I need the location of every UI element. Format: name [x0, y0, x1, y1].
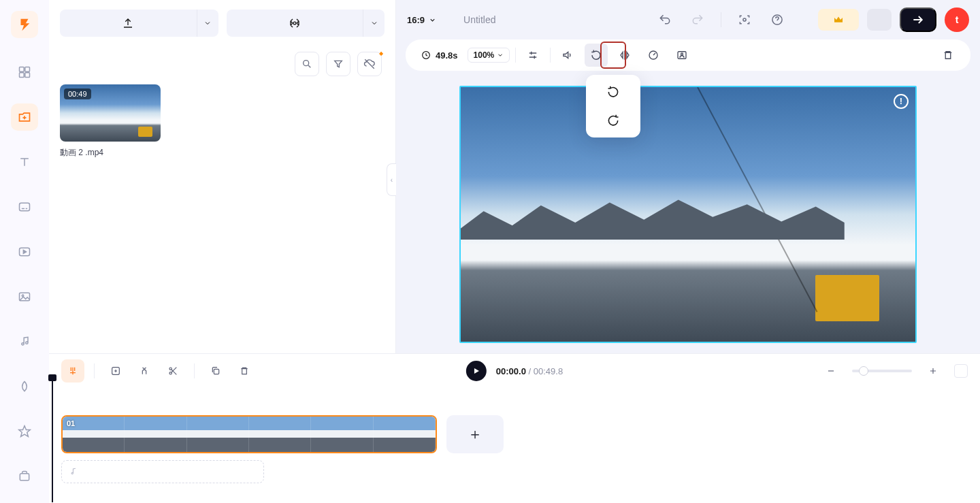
pip-button[interactable] — [670, 44, 693, 67]
rotate-cw-option[interactable] — [594, 110, 632, 131]
cut-button[interactable] — [161, 359, 184, 383]
add-track-button[interactable] — [104, 359, 127, 383]
crown-icon — [832, 14, 845, 26]
redo-button[interactable] — [685, 7, 710, 32]
aspect-ratio-selector[interactable]: 16:9 — [407, 15, 436, 25]
user-avatar[interactable]: t — [945, 7, 969, 32]
volume-icon — [561, 49, 574, 61]
nav-text[interactable] — [11, 148, 38, 176]
warning-badge[interactable]: ! — [894, 94, 909, 109]
record-dropdown[interactable] — [363, 10, 385, 37]
media-clip-thumbnail[interactable]: 00:49 動画 2 .mp4 — [60, 84, 161, 159]
magnet-button[interactable] — [61, 359, 84, 383]
record-icon — [289, 17, 301, 29]
record-button[interactable] — [227, 10, 363, 37]
zoom-out-button[interactable] — [819, 359, 843, 383]
zoom-slider[interactable] — [852, 370, 912, 372]
split-button[interactable] — [133, 359, 156, 383]
fit-button[interactable] — [954, 364, 968, 378]
trash-icon — [239, 366, 250, 376]
copy-button[interactable] — [204, 359, 227, 383]
rotate-cw-icon — [606, 114, 620, 127]
timeline: 00:00.0 / 00:49.8 01 ＋ — [49, 353, 980, 503]
panel-collapse-handle[interactable]: ‹ — [387, 163, 396, 196]
svg-point-10 — [304, 61, 309, 66]
magnet-icon — [67, 366, 78, 376]
svg-point-19 — [169, 372, 172, 374]
delete-button[interactable] — [936, 44, 960, 67]
nav-videos[interactable] — [11, 238, 38, 265]
undo-button[interactable] — [653, 7, 677, 32]
help-button[interactable] — [765, 7, 789, 32]
topbar: 16:9 Untitled t — [396, 0, 980, 39]
project-title[interactable]: Untitled — [463, 14, 495, 25]
plus-square-icon — [110, 366, 121, 376]
trash-icon — [942, 49, 954, 61]
media-panel: ◆ 00:49 動画 2 .mp4 ‹ — [49, 0, 396, 353]
speed-button[interactable] — [642, 44, 665, 67]
rotate-ccw-icon — [606, 85, 620, 99]
svg-rect-1 — [25, 67, 30, 72]
play-button[interactable] — [466, 361, 487, 381]
svg-rect-4 — [20, 203, 30, 211]
upload-dropdown[interactable] — [197, 10, 218, 37]
nav-media[interactable] — [11, 103, 38, 131]
nav-subtitles[interactable] — [11, 193, 38, 221]
divider — [721, 12, 721, 27]
nav-branding[interactable] — [11, 463, 38, 490]
chevron-down-icon — [429, 16, 436, 24]
premium-badge[interactable] — [818, 9, 859, 31]
copy-icon — [210, 366, 221, 376]
cloud-off-icon — [363, 58, 376, 70]
minus-icon — [826, 366, 836, 376]
clock-icon — [421, 50, 431, 61]
search-icon — [301, 59, 312, 69]
rotate-button[interactable] — [585, 44, 608, 67]
nav-images[interactable] — [11, 283, 38, 310]
search-button[interactable] — [295, 52, 319, 76]
export-button[interactable] — [900, 7, 936, 32]
premium-dot-icon: ◆ — [379, 50, 383, 56]
zoom-in-button[interactable] — [921, 359, 945, 383]
preview-canvas[interactable]: ! — [459, 86, 917, 343]
share-button[interactable] — [867, 9, 892, 31]
svg-rect-3 — [25, 73, 30, 78]
undo-icon — [658, 13, 672, 27]
upload-button[interactable] — [60, 10, 197, 37]
audio-track[interactable] — [61, 460, 264, 483]
nav-templates[interactable] — [11, 59, 38, 86]
preview-panel: 16:9 Untitled t — [396, 0, 980, 353]
clip-duration-badge: 00:49 — [64, 88, 91, 99]
timeline-clip[interactable]: 01 — [61, 415, 437, 453]
app-logo[interactable] — [11, 11, 38, 38]
music-note-icon — [69, 467, 78, 476]
nav-audio[interactable] — [11, 328, 38, 355]
svg-point-9 — [293, 22, 296, 25]
scan-icon — [738, 13, 751, 27]
split-icon — [139, 366, 150, 376]
sidebar — [0, 0, 49, 503]
playback-time: 00:00.0 / 00:49.8 — [496, 366, 563, 376]
zoom-selector[interactable]: 100% — [468, 48, 510, 63]
volume-button[interactable] — [556, 44, 579, 67]
ai-tools-button[interactable] — [732, 7, 757, 32]
svg-rect-0 — [20, 67, 24, 72]
redo-icon — [691, 13, 704, 27]
rotate-ccw-option[interactable] — [594, 82, 632, 102]
adjust-button[interactable] — [521, 44, 544, 67]
clip-index: 01 — [67, 419, 75, 427]
add-clip-button[interactable]: ＋ — [446, 415, 504, 453]
svg-point-18 — [169, 368, 172, 370]
nav-effects[interactable] — [11, 373, 38, 400]
clip-duration[interactable]: 49.8s — [416, 47, 462, 63]
flip-button[interactable] — [613, 44, 636, 67]
visibility-button[interactable]: ◆ — [357, 52, 382, 76]
filter-button[interactable] — [326, 52, 350, 76]
speedometer-icon — [647, 49, 659, 61]
nav-stickers[interactable] — [11, 418, 38, 445]
delete-clip-button[interactable] — [233, 359, 256, 383]
clip-filename: 動画 2 .mp4 — [60, 147, 161, 159]
upload-icon — [122, 17, 134, 29]
chevron-down-icon — [370, 19, 378, 27]
playhead[interactable] — [52, 380, 53, 502]
